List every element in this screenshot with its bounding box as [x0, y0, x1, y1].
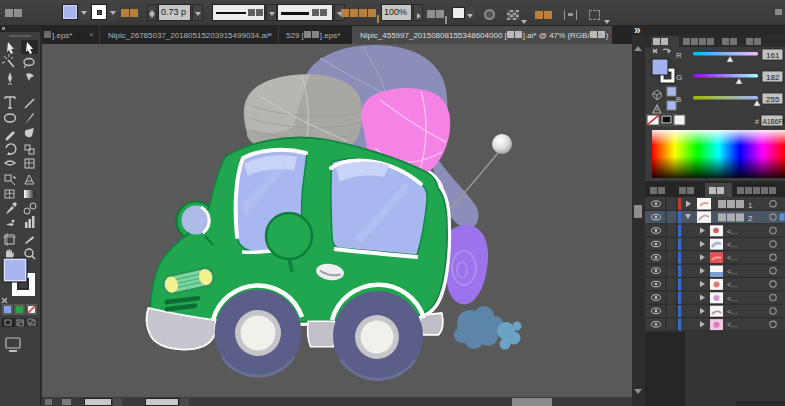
svg-text:<...: <... [727, 267, 738, 276]
svg-text:A1B6FF: A1B6FF [763, 118, 785, 125]
svg-text:<...: <... [727, 307, 738, 316]
svg-text:#: # [755, 118, 759, 125]
svg-text:<...: <... [727, 280, 738, 289]
svg-text:<...: <... [727, 253, 738, 262]
svg-text:255: 255 [766, 95, 780, 104]
svg-text:<...: <... [727, 227, 738, 236]
svg-text:R: R [676, 51, 682, 60]
svg-text:182: 182 [766, 73, 780, 82]
svg-text:<...: <... [727, 294, 738, 303]
svg-text:B: B [676, 95, 681, 104]
svg-text:<...: <... [727, 240, 738, 249]
svg-text:2: 2 [748, 214, 753, 223]
svg-text:G: G [676, 73, 682, 82]
svg-text:161: 161 [766, 51, 780, 60]
svg-text:1: 1 [748, 201, 753, 210]
svg-text:<...: <... [727, 320, 738, 329]
